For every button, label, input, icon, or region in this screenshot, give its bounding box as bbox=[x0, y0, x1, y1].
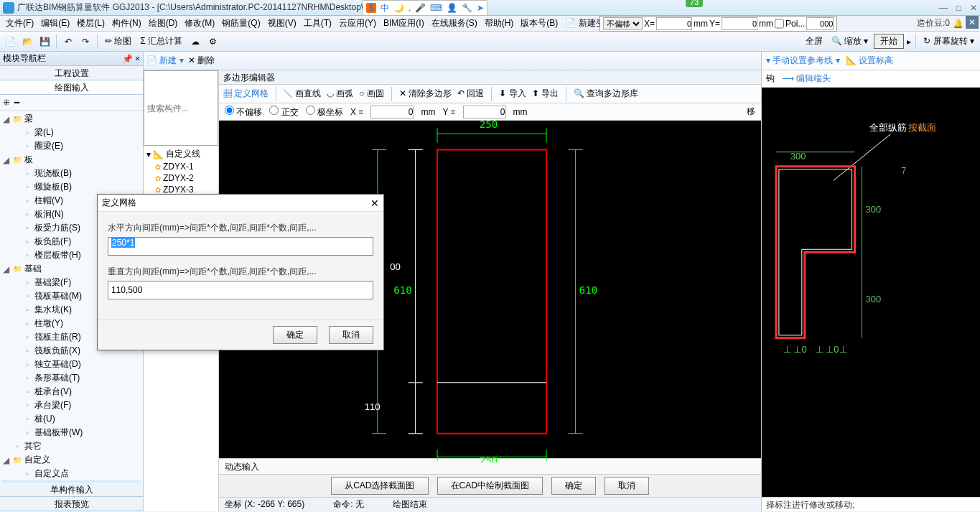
menu-tools[interactable]: 工具(T) bbox=[301, 16, 335, 31]
comp-item[interactable]: ✿ZDYX-1 bbox=[145, 161, 217, 172]
section-single-input[interactable]: 单构件输入 bbox=[0, 483, 143, 497]
y-value-input[interactable] bbox=[463, 106, 506, 118]
dialog-ok-button[interactable]: 确定 bbox=[273, 326, 317, 344]
radio-ortho[interactable]: 正交 bbox=[269, 106, 298, 118]
edit-end-button[interactable]: ⟶ 编辑端头 bbox=[782, 73, 831, 85]
ime-keyboard-icon[interactable]: ⌨ bbox=[430, 3, 442, 13]
define-grid-button[interactable]: ▦ 定义网格 bbox=[223, 88, 269, 100]
ime-wrench-icon[interactable]: 🔧 bbox=[462, 3, 472, 13]
hook-label[interactable]: 钩 bbox=[766, 73, 775, 85]
tree-node[interactable]: ▫现浇板(B) bbox=[1, 167, 141, 180]
dialog-close-button[interactable]: ✕ bbox=[370, 197, 379, 209]
menu-modify[interactable]: 修改(M) bbox=[182, 16, 218, 31]
dialog-cancel-button[interactable]: 取消 bbox=[329, 326, 373, 344]
menu-draw[interactable]: 绘图(D) bbox=[146, 16, 181, 31]
comp-root[interactable]: ▾ 📐 自定义线 bbox=[145, 147, 217, 161]
collapse-icon[interactable]: ━ bbox=[14, 98, 19, 108]
settings-icon[interactable]: ⚙ bbox=[205, 34, 220, 49]
rotate-button[interactable]: ↻ 屏幕旋转 ▾ bbox=[920, 35, 977, 47]
ime-toolbar[interactable]: S 中 🌙 , 🎤 ⌨ 👤 🔧 ➤ bbox=[363, 0, 487, 16]
section-project-settings[interactable]: 工程设置 bbox=[0, 66, 143, 80]
set-elevation-button[interactable]: 📐 设置标高 bbox=[846, 55, 893, 67]
query-library-button[interactable]: 🔍 查询多边形库 bbox=[574, 88, 638, 100]
editor-ok-button[interactable]: 确定 bbox=[551, 477, 596, 495]
tree-node[interactable]: ▫自定义点 bbox=[1, 467, 141, 480]
clear-polygon-button[interactable]: ✕ 清除多边形 bbox=[399, 88, 452, 100]
x-input[interactable] bbox=[656, 17, 692, 30]
menu-version[interactable]: 版本号(B) bbox=[518, 16, 561, 31]
redo-icon[interactable]: ↷ bbox=[78, 34, 93, 49]
poi-checkbox[interactable] bbox=[775, 17, 784, 30]
v-spacing-input[interactable] bbox=[108, 281, 373, 299]
ime-moon-icon[interactable]: 🌙 bbox=[393, 3, 404, 13]
maximize-button[interactable]: □ bbox=[956, 3, 961, 13]
open-file-icon[interactable]: 📂 bbox=[20, 34, 34, 49]
radio-no-offset[interactable]: 不偏移 bbox=[225, 106, 262, 118]
tree-node[interactable]: ▫桩承台(V) bbox=[1, 385, 141, 399]
y-input[interactable] bbox=[722, 17, 757, 30]
tree-node[interactable]: ◢📁梁 bbox=[1, 112, 141, 126]
h-spacing-input[interactable]: 250*1 bbox=[108, 237, 373, 256]
set-ref-line-button[interactable]: ▾ 手动设置参考线 ▾ bbox=[766, 55, 840, 67]
radio-polar[interactable]: 极坐标 bbox=[306, 106, 343, 118]
start-button[interactable]: 开始 bbox=[874, 34, 904, 49]
poi-input[interactable] bbox=[806, 17, 834, 30]
dialog-title-bar[interactable]: 定义网格 ✕ bbox=[98, 195, 383, 212]
menu-floor[interactable]: 楼层(L) bbox=[74, 16, 108, 31]
undo-polygon-button[interactable]: ↶ 回退 bbox=[457, 88, 484, 100]
select-from-cad-button[interactable]: 从CAD选择截面图 bbox=[331, 477, 428, 495]
tree-node[interactable]: ▫其它 bbox=[1, 439, 141, 453]
section-report-preview[interactable]: 报表预览 bbox=[0, 497, 143, 511]
zoom-button[interactable]: 🔍 缩放 ▾ bbox=[829, 35, 872, 47]
tree-node[interactable]: ▫条形基础(T) bbox=[1, 371, 141, 385]
ime-punct[interactable]: , bbox=[409, 3, 411, 13]
undo-icon[interactable]: ↶ bbox=[61, 34, 75, 49]
tree-node[interactable]: ▫螺旋板(B) bbox=[1, 180, 141, 194]
section-draw-input[interactable]: 绘图输入 bbox=[0, 80, 143, 95]
new-component-button[interactable]: 📄 新建 ▾ bbox=[146, 55, 184, 67]
tree-node[interactable]: ▫承台梁(F) bbox=[1, 399, 141, 412]
menu-rebar[interactable]: 钢筋量(Q) bbox=[219, 16, 263, 31]
section-canvas[interactable]: 全部纵筋 按截面 300 300 300 7 ⊥ ⊥0 ⊥ ⊥0⊥ bbox=[762, 88, 980, 497]
menu-edit[interactable]: 编辑(E) bbox=[38, 16, 73, 31]
chevron-right-icon[interactable]: ▸ bbox=[907, 37, 911, 47]
fullscreen-button[interactable]: 全屏 bbox=[803, 35, 826, 47]
draw-button[interactable]: ✏ 绘图 bbox=[102, 35, 134, 47]
new-file-icon[interactable]: 📄 bbox=[3, 34, 17, 49]
tree-node[interactable]: ▫独立基础(D) bbox=[1, 358, 141, 371]
expand-icon[interactable]: ⁜ bbox=[3, 98, 10, 108]
search-component-input[interactable] bbox=[144, 70, 218, 146]
close-button[interactable]: ✕ bbox=[970, 3, 977, 13]
ime-user-icon[interactable]: 👤 bbox=[447, 3, 457, 13]
ime-arrow-icon[interactable]: ➤ bbox=[477, 3, 484, 13]
import-button[interactable]: ⬇ 导入 bbox=[499, 88, 526, 100]
tree-node[interactable]: ◢📁自定义 bbox=[1, 453, 141, 467]
editor-cancel-button[interactable]: 取消 bbox=[605, 477, 649, 495]
save-icon[interactable]: 💾 bbox=[37, 34, 52, 49]
move-label[interactable]: 移 bbox=[747, 106, 755, 118]
comp-item[interactable]: ✿ZDYX-2 bbox=[145, 172, 217, 184]
menu-cloud[interactable]: 云应用(Y) bbox=[336, 16, 379, 31]
mdi-close-button[interactable]: ✕ bbox=[966, 16, 979, 29]
ime-mic-icon[interactable]: 🎤 bbox=[415, 3, 426, 13]
tree-node[interactable]: ▫基础板带(W) bbox=[1, 426, 141, 439]
export-button[interactable]: ⬆ 导出 bbox=[532, 88, 559, 100]
tree-node[interactable]: ▫桩(U) bbox=[1, 412, 141, 426]
tree-node[interactable]: ◢📁板 bbox=[1, 153, 141, 167]
cloud-check-icon[interactable]: ☁ bbox=[188, 34, 202, 49]
tree-node[interactable]: ▫圈梁(E) bbox=[1, 139, 141, 153]
draw-in-cad-button[interactable]: 在CAD中绘制截面图 bbox=[437, 477, 543, 495]
notification-badge[interactable]: 73 bbox=[686, 0, 703, 7]
draw-circle-button[interactable]: ○ 画圆 bbox=[359, 88, 384, 100]
panel-pin-icon[interactable]: 📌 × bbox=[122, 54, 140, 64]
menu-online[interactable]: 在线服务(S) bbox=[429, 16, 480, 31]
sum-button[interactable]: Σ 汇总计算 bbox=[137, 35, 185, 47]
offset-mode-select[interactable]: 不偏移 bbox=[603, 17, 643, 30]
draw-arc-button[interactable]: ◡ 画弧 bbox=[327, 88, 353, 100]
tree-node[interactable]: ▫梁(L) bbox=[1, 126, 141, 139]
draw-line-button[interactable]: ╲ 画直线 bbox=[284, 88, 320, 100]
menu-bim[interactable]: BIM应用(I) bbox=[381, 16, 427, 31]
menu-view[interactable]: 视图(V) bbox=[265, 16, 299, 31]
delete-component-button[interactable]: ✕ 删除 bbox=[188, 55, 215, 67]
menu-file[interactable]: 文件(F) bbox=[3, 16, 37, 31]
